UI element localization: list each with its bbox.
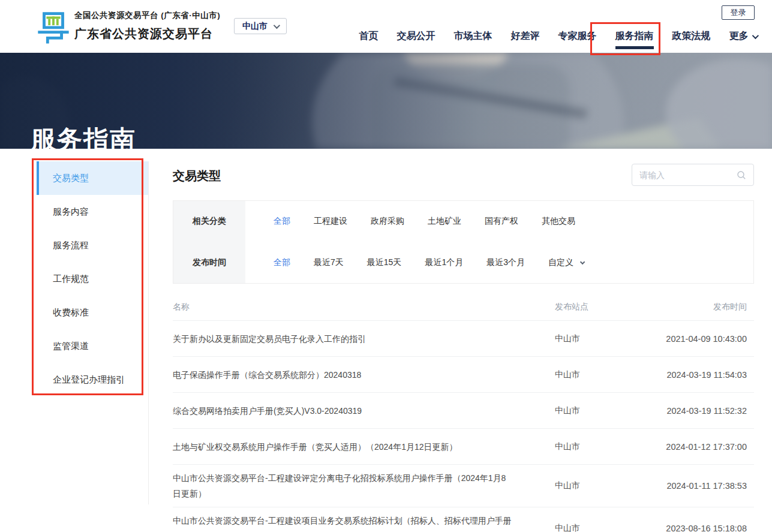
filter-option-all[interactable]: 全部 xyxy=(274,216,290,227)
chevron-down-icon xyxy=(274,22,280,28)
sidebar-item-work-standards[interactable]: 工作规范 xyxy=(37,262,148,296)
publish-time: 2023-08-16 15:18:08 xyxy=(627,524,754,532)
filter-panel: 相关分类 发布时间 全部 工程建设 政府采购 土地矿业 国有产权 其他交易 全部… xyxy=(173,200,754,284)
site-logo-icon xyxy=(35,8,72,45)
nav-item-more[interactable]: 更多 xyxy=(729,30,757,43)
table-row: 土地与矿业权交易系统用户操作手册（竞买人适用）（2024年1月12日更新） 中山… xyxy=(173,429,754,465)
search-box[interactable] xyxy=(632,164,754,186)
column-header-time: 发布时间 xyxy=(627,302,754,312)
publish-time: 2021-04-09 10:43:00 xyxy=(627,334,754,344)
nav-item-more-label: 更多 xyxy=(729,31,749,41)
sidebar-item-label: 工作规范 xyxy=(53,273,89,285)
nav-item-home[interactable]: 首页 xyxy=(359,30,379,43)
filter-option-time-all[interactable]: 全部 xyxy=(274,257,290,268)
publish-site: 中山市 xyxy=(531,480,627,491)
document-link[interactable]: 关于新办以及更新固定交易员电子化录入工作的指引 xyxy=(173,331,531,347)
table-row: 中山市公共资源交易平台-工程建设评定分离电子化招投标系统用户操作手册（2024年… xyxy=(173,465,754,507)
filter-option-last-7-days[interactable]: 最近7天 xyxy=(314,257,344,268)
sidebar-item-fee-standards[interactable]: 收费标准 xyxy=(37,296,148,329)
publish-time: 2024-01-12 17:37:00 xyxy=(627,442,754,452)
column-header-name: 名称 xyxy=(173,302,531,312)
document-link[interactable]: 综合交易网络拍卖用户手册(竞买人)V3.0-20240319 xyxy=(173,403,531,419)
filter-option-land-mining[interactable]: 土地矿业 xyxy=(428,216,461,227)
filter-label-publish-time: 发布时间 xyxy=(173,242,245,284)
table-row: 中山市公共资源交易平台-工程建设项目业务交易系统招标计划（招标人、招标代理用户手… xyxy=(173,507,754,532)
search-icon[interactable] xyxy=(737,170,746,180)
document-link[interactable]: 土地与矿业权交易系统用户操作手册（竞买人适用）（2024年1月12日更新） xyxy=(173,439,531,455)
nav-item-service-guide[interactable]: 服务指南 xyxy=(615,30,654,43)
sidebar-item-supervision-channels[interactable]: 监管渠道 xyxy=(37,329,148,363)
nav-item-expert-services[interactable]: 专家服务 xyxy=(558,30,597,43)
document-link[interactable]: 电子保函操作手册（综合交易系统部分）20240318 xyxy=(173,367,531,383)
main-nav: 首页 交易公开 市场主体 好差评 专家服务 服务指南 政策法规 更多 xyxy=(359,30,757,43)
page-title: 交易类型 xyxy=(173,168,221,184)
filter-option-other-trades[interactable]: 其他交易 xyxy=(542,216,575,227)
filter-option-custom-range[interactable]: 自定义 xyxy=(548,257,583,268)
nav-item-policies[interactable]: 政策法规 xyxy=(672,30,711,43)
column-header-site: 发布站点 xyxy=(531,302,627,312)
filter-labels: 相关分类 发布时间 xyxy=(173,201,245,283)
filter-option-gov-procurement[interactable]: 政府采购 xyxy=(371,216,404,227)
page-banner-title: 服务指南 xyxy=(31,123,136,149)
table-row: 关于新办以及更新固定交易员电子化录入工作的指引 中山市 2021-04-09 1… xyxy=(173,321,754,357)
nav-item-service-guide-label: 服务指南 xyxy=(615,31,654,41)
sidebar-item-trade-types[interactable]: 交易类型 xyxy=(37,161,148,195)
sidebar-item-label: 交易类型 xyxy=(53,173,89,184)
login-button[interactable]: 登录 xyxy=(722,5,755,20)
document-link[interactable]: 中山市公共资源交易平台-工程建设评定分离电子化招投标系统用户操作手册（2024年… xyxy=(173,470,531,501)
nav-item-trade-open[interactable]: 交易公开 xyxy=(397,30,435,43)
sidebar-item-label: 收费标准 xyxy=(53,307,89,318)
city-selector-value: 中山市 xyxy=(242,21,268,32)
publish-time: 2024-03-19 11:54:03 xyxy=(627,370,754,380)
chevron-down-icon xyxy=(580,259,585,264)
publish-site: 中山市 xyxy=(531,523,627,532)
table-header-row: 名称 发布站点 发布时间 xyxy=(173,294,754,321)
document-link[interactable]: 中山市公共资源交易平台-工程建设项目业务交易系统招标计划（招标人、招标代理用户手… xyxy=(173,513,531,532)
active-item-bar xyxy=(37,161,39,195)
filter-option-last-1-month[interactable]: 最近1个月 xyxy=(425,257,463,268)
filter-row-category: 全部 工程建设 政府采购 土地矿业 国有产权 其他交易 xyxy=(245,201,753,242)
publish-site: 中山市 xyxy=(531,441,627,452)
sidebar-item-label: 企业登记办理指引 xyxy=(53,374,125,386)
search-input[interactable] xyxy=(639,170,737,180)
content-area: 交易类型 服务内容 服务流程 工作规范 收费标准 监管渠道 企业登记办理指引 交… xyxy=(0,149,772,532)
hero-banner: 服务指南 提供交易中心的服务内容、流程规范、收费标准、企业登记办理指引等资讯查询… xyxy=(0,53,772,149)
sidebar-menu: 交易类型 服务内容 服务流程 工作规范 收费标准 监管渠道 企业登记办理指引 xyxy=(37,161,149,504)
sidebar-item-enterprise-registration-guide[interactable]: 企业登记办理指引 xyxy=(37,363,148,396)
filter-option-state-property[interactable]: 国有产权 xyxy=(485,216,518,227)
filter-option-custom-label: 自定义 xyxy=(548,257,573,267)
publish-time: 2024-01-11 17:38:53 xyxy=(627,481,754,491)
publish-site: 中山市 xyxy=(531,369,627,380)
sidebar-item-label: 服务流程 xyxy=(53,240,89,251)
active-nav-underline xyxy=(615,46,654,49)
publish-site: 中山市 xyxy=(531,405,627,416)
sidebar-item-service-process[interactable]: 服务流程 xyxy=(37,229,148,262)
table-row: 电子保函操作手册（综合交易系统部分）20240318 中山市 2024-03-1… xyxy=(173,357,754,393)
chevron-down-icon xyxy=(752,32,759,39)
table-row: 综合交易网络拍卖用户手册(竞买人)V3.0-20240319 中山市 2024-… xyxy=(173,393,754,429)
filter-label-category: 相关分类 xyxy=(173,201,245,242)
sidebar-item-label: 监管渠道 xyxy=(53,341,89,352)
publish-site: 中山市 xyxy=(531,333,627,344)
publish-time: 2024-03-19 11:52:32 xyxy=(627,406,754,416)
filter-option-last-3-months[interactable]: 最近3个月 xyxy=(486,257,525,268)
filter-option-last-15-days[interactable]: 最近15天 xyxy=(367,257,402,268)
nav-item-market-entities[interactable]: 市场主体 xyxy=(454,30,492,43)
filter-option-engineering[interactable]: 工程建设 xyxy=(314,216,347,227)
site-titles: 全国公共资源交易平台 (广东省·中山市) 广东省公共资源交易平台 xyxy=(74,10,220,42)
city-selector[interactable]: 中山市 xyxy=(234,18,287,34)
nav-item-reviews[interactable]: 好差评 xyxy=(511,30,540,43)
sidebar-item-label: 服务内容 xyxy=(53,206,89,218)
top-header: 全国公共资源交易平台 (广东省·中山市) 广东省公共资源交易平台 中山市 登录 … xyxy=(0,0,772,53)
national-platform-title: 全国公共资源交易平台 (广东省·中山市) xyxy=(74,10,220,21)
filter-row-publish-time: 全部 最近7天 最近15天 最近1个月 最近3个月 自定义 xyxy=(245,242,753,284)
province-platform-title: 广东省公共资源交易平台 xyxy=(74,26,220,42)
sidebar-item-service-content[interactable]: 服务内容 xyxy=(37,195,148,229)
documents-table: 名称 发布站点 发布时间 关于新办以及更新固定交易员电子化录入工作的指引 中山市… xyxy=(173,294,754,532)
